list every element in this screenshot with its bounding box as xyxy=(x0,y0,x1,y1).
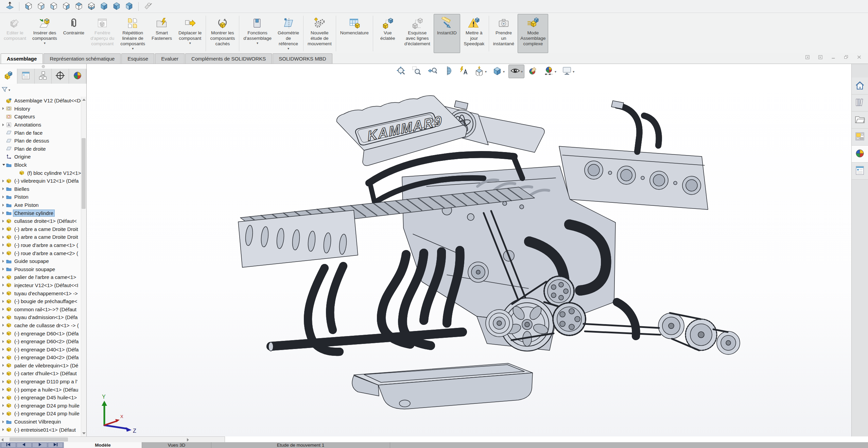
tree-item[interactable]: (-) engrenage D45 huile<1> xyxy=(0,394,82,402)
view-dimetric[interactable] xyxy=(111,1,122,12)
expand-arrow-icon[interactable] xyxy=(2,123,6,126)
expand-arrow-icon[interactable] xyxy=(2,356,6,359)
scrollbar-thumb[interactable] xyxy=(82,138,86,209)
scrollbar-thumb[interactable] xyxy=(10,437,68,442)
tree-item[interactable]: Annotations xyxy=(0,121,82,129)
displaymanager-tab[interactable] xyxy=(69,69,86,84)
view-bottom[interactable] xyxy=(86,1,97,12)
ribbon-button-large-assembly-mode[interactable]: Mode Assemblage complexe xyxy=(518,14,548,53)
filter-icon[interactable] xyxy=(1,86,8,94)
tree-item[interactable]: palier de vilebrequin<1> (Dé xyxy=(0,362,82,370)
engine-model[interactable]: KAMMAR9 Y Z X xyxy=(87,64,851,436)
view-orientation-button[interactable]: ▾ xyxy=(472,65,488,78)
tree-item[interactable]: cullasse droite<1> (Défaut< xyxy=(0,217,82,225)
ribbon-button-bill-of-materials[interactable]: Nomenclature xyxy=(337,14,371,53)
tree-item[interactable]: common rail<1>->? (Défaut xyxy=(0,305,82,313)
ribbon-button-insert-components[interactable]: Insérer des composants▾ xyxy=(30,14,60,53)
ribbon-button-linear-component-pattern[interactable]: Répétition linéaire de composants▾ xyxy=(118,14,148,53)
tab-vues-3d[interactable]: Vues 3D xyxy=(142,442,211,448)
apply-scene-button[interactable]: ▾ xyxy=(542,65,558,78)
tool-magnify[interactable] xyxy=(142,1,154,12)
expand-arrow-icon[interactable] xyxy=(2,332,6,335)
expand-arrow-icon[interactable] xyxy=(2,340,6,343)
tree-item[interactable]: Plan de face xyxy=(0,129,82,137)
expand-arrow-icon[interactable] xyxy=(2,324,6,327)
view-front[interactable] xyxy=(23,1,34,12)
expand-arrow-icon[interactable] xyxy=(2,228,6,230)
tree-item[interactable]: Plan de droite xyxy=(0,145,82,153)
expand-arrow-icon[interactable] xyxy=(2,107,6,110)
tab-esquisse[interactable]: Esquisse xyxy=(121,53,154,64)
tree-item[interactable]: (-) vilebrequin V12<1> (Défa xyxy=(0,177,82,185)
tree-horizontal-scrollbar[interactable] xyxy=(0,436,225,442)
tree-item[interactable]: (-) engrenage D24 pmp huile xyxy=(0,410,82,418)
tree-item[interactable]: tuyau d'admission<1> (Défa xyxy=(0,313,82,321)
zoom-to-fit-button[interactable] xyxy=(394,65,408,78)
chevron-down-icon[interactable]: ▾ xyxy=(257,42,258,45)
scroll-right-icon[interactable] xyxy=(187,438,189,442)
ribbon-button-exploded-view[interactable]: Vue éclatée xyxy=(375,14,401,53)
motion-next-button[interactable] xyxy=(32,443,47,448)
ribbon-button-move-component[interactable]: Déplacer le composant▾ xyxy=(176,14,204,53)
collapse-pane-right-button[interactable] xyxy=(816,55,827,64)
chevron-down-icon[interactable]: ▾ xyxy=(189,42,191,45)
view-isometric[interactable] xyxy=(98,1,110,12)
view-top[interactable] xyxy=(73,1,85,12)
tree-item[interactable]: (-) engrenage D60<2> (Défa xyxy=(0,337,82,346)
previous-view-button[interactable] xyxy=(426,65,439,78)
tree-item[interactable]: cache de cullasse dr<1> -> ( xyxy=(0,321,82,330)
ribbon-button-mate[interactable]: Contrainte xyxy=(60,14,87,53)
motion-prev-button[interactable] xyxy=(17,443,32,448)
tree-item[interactable]: Block xyxy=(0,161,82,169)
edit-appearance-button[interactable] xyxy=(526,65,540,78)
tab-solidworks-mbd[interactable]: SOLIDWORKS MBD xyxy=(273,53,332,64)
tree-item[interactable]: Guide soupape xyxy=(0,257,82,265)
expand-arrow-icon[interactable] xyxy=(2,180,6,182)
ribbon-button-show-hidden-components[interactable]: Montrer les composants cachés xyxy=(207,14,238,53)
scroll-down-icon[interactable] xyxy=(82,432,86,434)
tree-item[interactable]: Poussoir soupape xyxy=(0,265,82,273)
tree-item[interactable]: Axe Piston xyxy=(0,201,82,209)
tree-item[interactable]: (-) carter d'huile<1> (Défaut xyxy=(0,369,82,378)
chevron-down-icon[interactable]: ▾ xyxy=(555,70,556,73)
expand-arrow-icon[interactable] xyxy=(2,388,6,391)
chevron-down-icon[interactable]: ▾ xyxy=(521,70,523,73)
expand-arrow-icon[interactable] xyxy=(2,412,6,415)
scroll-left-icon[interactable] xyxy=(1,438,3,442)
tree-item[interactable]: injecteur V12<1> (Défaut<<I xyxy=(0,281,82,289)
view-right[interactable] xyxy=(60,1,72,12)
view-back[interactable] xyxy=(35,1,47,12)
ribbon-button-update-speedpak[interactable]: Mettre à jour Speedpak xyxy=(461,14,487,53)
chevron-down-icon[interactable]: ▾ xyxy=(503,70,505,73)
expand-arrow-icon[interactable] xyxy=(2,364,6,367)
ribbon-button-assembly-features[interactable]: Fonctions d'assemblage▾ xyxy=(241,14,274,53)
expand-arrow-icon[interactable] xyxy=(2,316,6,319)
motion-first-button[interactable] xyxy=(1,443,16,448)
expand-arrow-icon[interactable] xyxy=(2,372,6,375)
display-style-button[interactable]: ▾ xyxy=(490,65,506,78)
view-annotations-button[interactable] xyxy=(457,65,470,78)
view-normal-to[interactable] xyxy=(4,1,16,12)
chevron-down-icon[interactable]: ▾ xyxy=(44,42,46,45)
expand-arrow-icon[interactable] xyxy=(2,308,6,311)
tree-vertical-scrollbar[interactable] xyxy=(81,97,86,436)
expand-arrow-icon[interactable] xyxy=(2,268,6,270)
propertymanager-tab[interactable] xyxy=(17,69,35,84)
scroll-up-icon[interactable] xyxy=(82,99,86,101)
expand-arrow-icon[interactable] xyxy=(2,196,6,198)
tree-item[interactable]: (-) engrenage D24 pmp huile xyxy=(0,402,82,410)
expand-arrow-icon[interactable] xyxy=(2,236,6,238)
tab-evaluer[interactable]: Evaluer xyxy=(155,53,185,64)
expand-arrow-icon[interactable] xyxy=(2,380,6,383)
tree-item[interactable]: Origine xyxy=(0,153,82,161)
expand-arrow-icon[interactable] xyxy=(2,187,6,190)
view-settings-button[interactable]: ▾ xyxy=(560,65,576,78)
tab-etude-mouvement-1[interactable]: Etude de mouvement 1 xyxy=(211,442,390,448)
tree-item[interactable]: (-) engrenage D40<1> (Défa xyxy=(0,345,82,353)
filter-caret-icon[interactable]: ▾ xyxy=(8,88,10,92)
ribbon-button-explode-line-sketch[interactable]: Esquisse avec lignes d'éclatement xyxy=(402,14,433,53)
expand-arrow-icon[interactable] xyxy=(2,276,6,279)
expand-arrow-icon[interactable] xyxy=(2,220,6,222)
tree-root[interactable]: Assemblage V12 (Défaut<<Déf xyxy=(0,97,82,105)
tab-representation-schematique[interactable]: Représentation schématique xyxy=(44,53,121,64)
